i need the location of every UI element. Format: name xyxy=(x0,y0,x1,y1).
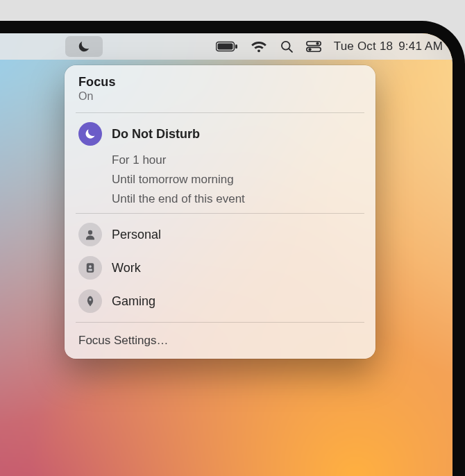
display: Tue Oct 18 9:41 AM Focus On xyxy=(0,33,453,476)
svg-point-11 xyxy=(89,265,92,268)
menubar-clock[interactable]: Tue Oct 18 9:41 AM xyxy=(334,40,443,53)
svg-point-13 xyxy=(89,298,91,300)
option-label: Until tomorrow morning xyxy=(112,173,234,187)
svg-rect-10 xyxy=(87,263,94,273)
separator xyxy=(76,112,364,113)
focus-mode-personal[interactable]: Personal xyxy=(65,218,375,251)
badge-icon xyxy=(78,256,102,280)
focus-mode-work[interactable]: Work xyxy=(65,251,375,284)
focus-settings-link[interactable]: Focus Settings… xyxy=(65,327,375,355)
control-center-icon[interactable] xyxy=(306,41,321,52)
person-icon xyxy=(78,223,102,246)
focus-mode-label: Personal xyxy=(112,228,161,242)
dnd-option-tomorrow-morning[interactable]: Until tomorrow morning xyxy=(65,170,375,189)
focus-popover-header: Focus On xyxy=(65,74,375,108)
separator xyxy=(76,322,364,323)
moon-icon xyxy=(78,122,102,146)
dnd-option-end-of-event[interactable]: Until the end of this event xyxy=(65,189,375,209)
menubar-date: Tue Oct 18 xyxy=(334,40,393,53)
menubar-time: 9:41 AM xyxy=(398,40,443,53)
focus-mode-label: Gaming xyxy=(112,294,155,309)
focus-menubar-item[interactable] xyxy=(65,36,103,57)
svg-point-8 xyxy=(308,48,311,51)
wifi-icon[interactable] xyxy=(251,40,267,53)
svg-line-4 xyxy=(289,49,292,52)
rocket-icon xyxy=(78,289,102,313)
option-label: Until the end of this event xyxy=(112,192,245,206)
option-label: For 1 hour xyxy=(112,153,166,167)
focus-mode-dnd[interactable]: Do Not Disturb xyxy=(65,117,375,151)
device-frame: Tue Oct 18 9:41 AM Focus On xyxy=(0,21,465,476)
menu-bar: Tue Oct 18 9:41 AM xyxy=(0,33,453,60)
focus-popover-status: On xyxy=(78,90,362,103)
svg-rect-12 xyxy=(88,269,92,271)
separator xyxy=(76,213,364,214)
focus-mode-label: Do Not Disturb xyxy=(112,127,200,142)
focus-popover: Focus On Do Not Disturb For 1 hour xyxy=(65,65,375,359)
focus-popover-title: Focus xyxy=(78,75,362,90)
svg-point-6 xyxy=(316,42,319,45)
moon-icon xyxy=(77,40,91,53)
svg-rect-1 xyxy=(217,44,232,50)
dnd-option-1hour[interactable]: For 1 hour xyxy=(65,151,375,170)
svg-rect-2 xyxy=(235,44,237,49)
battery-icon[interactable] xyxy=(216,41,238,52)
spotlight-icon[interactable] xyxy=(280,40,294,53)
focus-mode-gaming[interactable]: Gaming xyxy=(65,284,375,318)
svg-point-9 xyxy=(88,230,92,235)
focus-settings-label: Focus Settings… xyxy=(78,334,168,347)
focus-mode-label: Work xyxy=(112,261,141,275)
